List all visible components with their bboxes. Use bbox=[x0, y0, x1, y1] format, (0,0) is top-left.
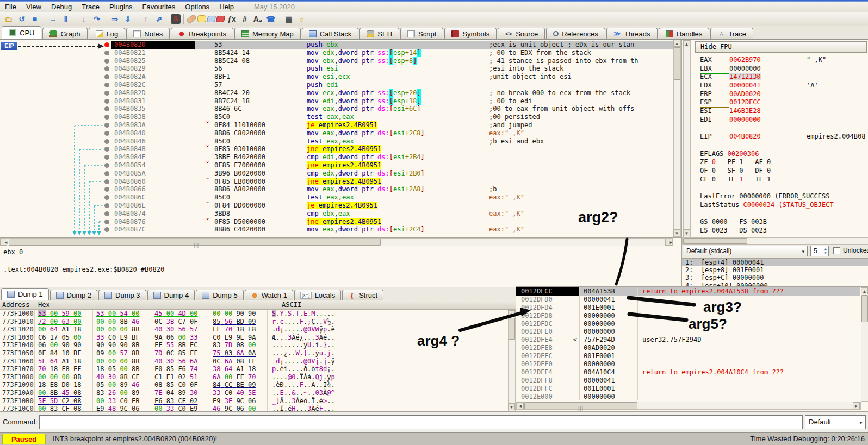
menu-plugins[interactable]: Plugins bbox=[104, 2, 138, 11]
disasm-row[interactable]: 004B084E3BBE B4020000cmp edi,dword ptr d… bbox=[111, 153, 673, 161]
register-row[interactable]: EIP004B0820empires2.004B08 bbox=[695, 133, 868, 141]
disasm-row[interactable]: 004B0860ˇ0F85 EB000000jne empires2.4B095… bbox=[111, 178, 673, 186]
hex-dump-row[interactable]: 773F107070 18 E8 EF18 05 00 8BF0 85 F6 7… bbox=[0, 365, 508, 373]
register-row[interactable]: EDI00000000 bbox=[695, 116, 868, 124]
registers-vscrollbar[interactable] bbox=[683, 40, 691, 237]
bullet-icon[interactable] bbox=[104, 179, 109, 184]
disasm-row[interactable]: 004B083Aˇ0F84 11010000je empires2.4B0951… bbox=[111, 121, 673, 129]
register-value[interactable]: 00000041 bbox=[729, 82, 761, 89]
menu-help[interactable]: Help bbox=[214, 2, 239, 11]
bullet-icon[interactable] bbox=[104, 131, 109, 136]
registers-hscroll-thumb[interactable] bbox=[683, 238, 747, 244]
flag-value[interactable]: 0 bbox=[767, 158, 771, 166]
register-row[interactable]: ECX14712130 bbox=[695, 73, 868, 82]
dump-tab-dump-1[interactable]: Dump 1 bbox=[1, 288, 49, 300]
stack-row[interactable]: 0012DFE000000000 bbox=[516, 328, 860, 336]
tab-symbols[interactable]: Symbols bbox=[444, 28, 497, 39]
tab-memory-map[interactable]: Memory Map bbox=[234, 28, 301, 39]
stack-row[interactable]: 0012DFD000000041 bbox=[516, 296, 860, 304]
command-profile-dropdown[interactable]: Default▼ bbox=[805, 415, 866, 429]
function-icon[interactable]: ƒx bbox=[226, 14, 238, 24]
bullet-icon[interactable] bbox=[104, 211, 109, 216]
hex-dump-row[interactable]: 773F10A000 8B 45 0883 26 00 897E 04 89 3… bbox=[0, 389, 508, 397]
dump-tab-dump-3[interactable]: Dump 3 bbox=[98, 290, 146, 300]
disasm-row[interactable]: 004B086Eˇ0F84 DD000000je empires2.4B0951 bbox=[111, 202, 673, 210]
disasm-row[interactable]: 004B082053push ebx;ecx is unit object ; … bbox=[111, 41, 673, 49]
bullet-icon[interactable] bbox=[104, 147, 109, 152]
dump-tab-dump-2[interactable]: Dump 2 bbox=[50, 290, 98, 300]
stack-scroll-left-icon[interactable]: ◄ bbox=[517, 402, 524, 409]
hex-dump-row[interactable]: 773F109018 E8 D0 1805 00 89 4608 85 C0 0… bbox=[0, 381, 508, 389]
tab-seh[interactable]: SEH bbox=[359, 28, 399, 39]
segment-value[interactable]: 0023 bbox=[751, 227, 767, 234]
bullet-icon[interactable] bbox=[104, 83, 109, 87]
menu-debug[interactable]: Debug bbox=[46, 2, 77, 11]
disasm-row[interactable]: 004B082C57push edi bbox=[111, 81, 673, 89]
disasm-hscroll-thumb[interactable]: ||| bbox=[9, 239, 381, 246]
bullet-icon[interactable] bbox=[104, 187, 109, 192]
register-row[interactable] bbox=[695, 141, 868, 150]
bookmark-icon[interactable] bbox=[216, 16, 226, 22]
register-value[interactable]: 004B0820 bbox=[729, 133, 761, 140]
segment-value[interactable]: 0000 bbox=[712, 218, 728, 225]
register-value[interactable]: 0062B970 bbox=[729, 56, 761, 64]
stack-row[interactable]: 0012DFDC00000000 bbox=[516, 320, 860, 328]
menu-favourites[interactable]: Favourites bbox=[138, 2, 181, 11]
register-row[interactable]: LastError 00000000 (ERROR_SUCCESS bbox=[695, 192, 868, 201]
register-value[interactable]: 0012DFCC bbox=[729, 98, 761, 106]
bullet-icon[interactable] bbox=[104, 115, 109, 120]
register-row[interactable] bbox=[695, 124, 868, 133]
hex-dump-row[interactable]: 773F10605F 64 A1 1800 00 00 8B40 30 56 6… bbox=[0, 358, 508, 366]
flag-value[interactable]: 0 bbox=[767, 167, 771, 174]
dump-vscroll-thumb[interactable] bbox=[509, 318, 515, 340]
run-to-icon[interactable]: ⇒ bbox=[109, 14, 121, 24]
stack-row[interactable]: 0012DFF800000041 bbox=[516, 377, 860, 385]
argument-row[interactable]: 1: [esp+4] 00000041 bbox=[682, 259, 868, 266]
argument-row[interactable]: 3: [esp+C] 00000000 bbox=[682, 274, 868, 281]
bullet-icon[interactable] bbox=[104, 91, 109, 96]
calling-convention-dropdown[interactable]: Default (stdcall)▼ bbox=[684, 246, 808, 256]
disasm-row[interactable]: 004B082956push esi;esi into the stack bbox=[111, 65, 673, 73]
menu-file[interactable]: File bbox=[0, 2, 21, 11]
disasm-row[interactable]: 004B084685C0test eax,eax;b esi and ebx bbox=[111, 137, 673, 146]
registers-scroll-down-icon[interactable]: ▼ bbox=[683, 229, 690, 236]
register-row[interactable]: EBX00000000 bbox=[695, 65, 868, 73]
disasm-row[interactable]: 004B08258B5C24 08mov ebx,dword ptr ss:[e… bbox=[111, 57, 673, 65]
tab-log[interactable]: Log bbox=[89, 28, 126, 39]
tab-cpu[interactable]: CPU bbox=[2, 26, 41, 39]
tab-notes[interactable]: Notes bbox=[126, 28, 170, 39]
register-row[interactable]: EDX00000041'A' bbox=[695, 82, 868, 90]
command-input[interactable] bbox=[39, 415, 803, 429]
disasm-row[interactable]: 004B08318B7C24 18mov edi,dword ptr ss:[e… bbox=[111, 97, 673, 105]
bullet-icon[interactable] bbox=[104, 227, 109, 232]
register-row[interactable]: CF 0 TF 1 IF 1 bbox=[695, 176, 868, 184]
disasm-row[interactable]: 004B08218B5424 14mov edx,dword ptr ss:[e… bbox=[111, 49, 673, 57]
bullet-icon[interactable] bbox=[104, 123, 109, 128]
stack-row[interactable]: 0012DFF000000000 bbox=[516, 360, 860, 368]
hex-dump-row[interactable]: 773F10B05F 5D C2 0800 33 C0 EBF6 83 CF 0… bbox=[0, 397, 508, 405]
hex-dump-row[interactable]: 773F100053 00 59 0053 00 54 0045 00 4D 0… bbox=[0, 310, 508, 318]
stack-row[interactable]: 0012DFE800AD0020 bbox=[516, 344, 860, 352]
bullet-icon[interactable] bbox=[104, 74, 109, 79]
register-value[interactable]: 00000000 bbox=[739, 192, 771, 200]
tab-handles[interactable]: Handles bbox=[659, 28, 710, 39]
menu-view[interactable]: View bbox=[21, 2, 46, 11]
stack-row[interactable]: 0012DFD4001E0001 bbox=[516, 304, 860, 312]
flag-value[interactable]: 0 bbox=[712, 176, 716, 183]
run-icon[interactable]: → bbox=[47, 14, 59, 24]
bullet-icon[interactable] bbox=[104, 99, 109, 104]
menu-options[interactable]: Options bbox=[180, 2, 214, 11]
hide-fpu-button[interactable]: Hide FPU bbox=[695, 41, 867, 53]
bullet-icon[interactable] bbox=[104, 106, 109, 111]
register-row[interactable]: EBP00AD0020 bbox=[695, 90, 868, 99]
stack-row[interactable]: 0012E00000000000 bbox=[516, 393, 860, 401]
bullet-icon[interactable] bbox=[104, 163, 109, 168]
calculator-icon[interactable]: ▦ bbox=[283, 14, 295, 24]
disasm-row[interactable]: 004B08358B46 6Cmov eax,dword ptr ds:[esi… bbox=[111, 105, 673, 113]
stack-row[interactable]: 0012DFD800000000 bbox=[516, 312, 860, 320]
bullet-icon[interactable] bbox=[104, 66, 109, 71]
hash-icon[interactable]: # bbox=[239, 14, 251, 24]
bullet-icon[interactable] bbox=[104, 220, 109, 224]
segment-value[interactable]: 003B bbox=[751, 218, 767, 225]
register-value[interactable]: 00AD0020 bbox=[729, 90, 761, 98]
